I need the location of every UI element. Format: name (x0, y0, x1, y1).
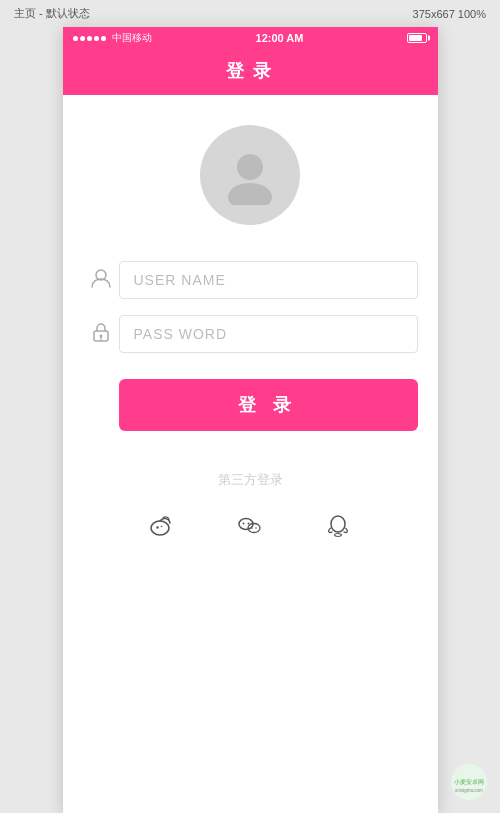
nav-title: 登 录 (226, 61, 273, 81)
svg-point-1 (228, 183, 272, 205)
battery-fill (409, 35, 422, 41)
meta-left: 主页 - 默认状态 (14, 6, 90, 21)
nav-bar: 登 录 (63, 49, 438, 95)
signal-dot-3 (87, 36, 92, 41)
main-content: 登 录 第三方登录 (63, 95, 438, 813)
username-form-group (83, 261, 418, 299)
watermark-logo: 小麦安卓网 xmsigma.com (444, 762, 494, 802)
wechat-icon (235, 511, 265, 541)
username-icon (83, 267, 119, 294)
svg-point-15 (331, 516, 345, 532)
svg-point-14 (255, 527, 257, 529)
svg-point-6 (151, 521, 169, 535)
watermark: 小麦安卓网 xmsigma.com (444, 762, 494, 805)
avatar (200, 125, 300, 225)
third-party-label: 第三方登录 (83, 471, 418, 489)
password-form-group (83, 315, 418, 353)
lock-icon (90, 321, 112, 343)
svg-point-0 (237, 154, 263, 180)
svg-point-13 (251, 527, 253, 529)
avatar-icon (220, 145, 280, 205)
signal-dots (73, 36, 106, 41)
password-icon (83, 321, 119, 348)
svg-point-10 (243, 523, 245, 525)
signal-dot-5 (101, 36, 106, 41)
wechat-button[interactable] (231, 507, 269, 545)
meta-bar: 主页 - 默认状态 375x667 100% (0, 0, 500, 27)
status-bar: 中国移动 12:00 AM (63, 27, 438, 49)
signal-dot-4 (94, 36, 99, 41)
svg-text:xmsigma.com: xmsigma.com (455, 788, 483, 793)
qq-icon (323, 511, 353, 541)
signal-area: 中国移动 (73, 31, 152, 45)
username-input[interactable] (119, 261, 418, 299)
signal-dot-1 (73, 36, 78, 41)
svg-point-11 (248, 523, 250, 525)
svg-text:小麦安卓网: 小麦安卓网 (454, 778, 484, 785)
carrier-label: 中国移动 (112, 31, 152, 45)
third-party-section: 第三方登录 (83, 471, 418, 545)
password-input[interactable] (119, 315, 418, 353)
signal-dot-2 (80, 36, 85, 41)
meta-right: 375x667 100% (413, 8, 486, 20)
weibo-button[interactable] (143, 507, 181, 545)
user-icon (90, 267, 112, 289)
svg-point-16 (335, 534, 342, 537)
battery-icon (407, 33, 427, 43)
time-display: 12:00 AM (256, 32, 304, 44)
svg-point-7 (156, 526, 158, 528)
weibo-icon (147, 511, 177, 541)
social-icons (83, 507, 418, 545)
qq-button[interactable] (319, 507, 357, 545)
phone-frame: 中国移动 12:00 AM 登 录 (63, 27, 438, 813)
login-button[interactable]: 登 录 (119, 379, 418, 431)
svg-point-8 (161, 526, 163, 528)
